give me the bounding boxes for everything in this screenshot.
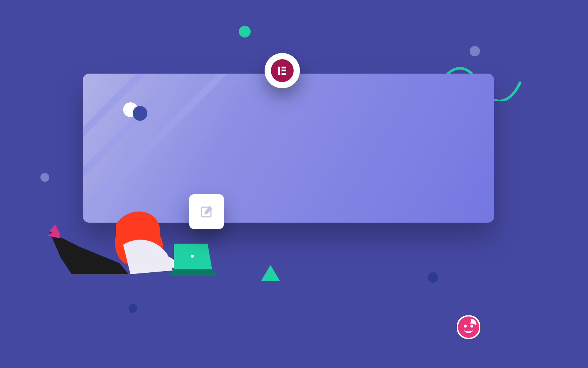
decor-triangle: [261, 265, 280, 281]
svg-point-11: [470, 325, 473, 328]
edit-icon: [199, 204, 214, 219]
edit-button[interactable]: [189, 194, 224, 229]
svg-rect-5: [282, 70, 286, 71]
footer-logo-block: [123, 102, 211, 129]
svg-point-10: [464, 325, 467, 328]
svg-rect-6: [282, 73, 286, 75]
elementor-icon: [271, 59, 294, 82]
brand-face-icon: [458, 316, 479, 338]
footer-column-resources: [432, 102, 494, 129]
decor-dot-teal: [239, 26, 251, 38]
svg-rect-4: [282, 67, 286, 68]
footer-card: [83, 74, 494, 223]
logo-icon: [123, 102, 149, 121]
footer-column-technology: [329, 102, 417, 129]
decor-dot-light: [470, 46, 480, 56]
decor-dot-navy-right: [428, 272, 438, 283]
footer-column-company: [226, 102, 314, 129]
decor-dot-navy-left: [129, 304, 137, 313]
elementor-badge[interactable]: [265, 53, 300, 88]
svg-point-9: [191, 255, 194, 258]
happy-addons-brand: [456, 325, 567, 346]
decor-dot-left: [40, 173, 49, 182]
svg-rect-3: [278, 67, 280, 75]
